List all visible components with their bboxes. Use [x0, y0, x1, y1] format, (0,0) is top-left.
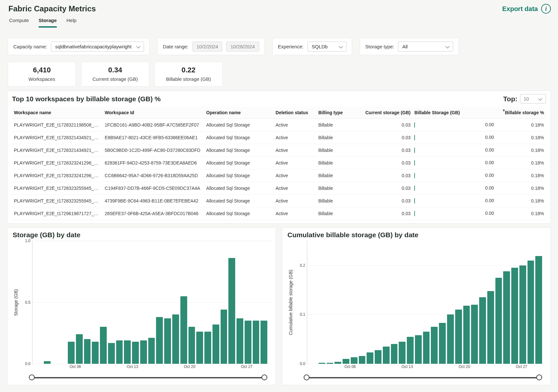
top-dropdown[interactable]: 10: [520, 94, 546, 104]
table-row[interactable]: PLAYWRIGHT_E2E_t1728321434921_0c8...5B0C…: [12, 144, 546, 157]
chart-bar[interactable]: [359, 356, 366, 364]
chart-bar[interactable]: [447, 314, 454, 364]
experience-dropdown[interactable]: SQLDb: [308, 42, 346, 52]
slider-handle-right[interactable]: [536, 374, 542, 380]
capacity-dropdown[interactable]: sqldbnativefabriccapacityplaywright: [51, 42, 144, 52]
column-header[interactable]: Billable Storage (GB): [412, 107, 498, 119]
storage-type-dropdown[interactable]: All: [398, 42, 453, 52]
column-header[interactable]: Workspace Id: [103, 107, 204, 119]
chart-bar[interactable]: [495, 278, 502, 364]
chart-bar[interactable]: [100, 327, 107, 364]
chart-bar[interactable]: [228, 258, 235, 364]
table-row[interactable]: PLAYWRIGHT_E2E_t1729619871727_28...265EF…: [12, 207, 546, 220]
date-end-input[interactable]: 10/28/2024: [226, 42, 259, 52]
column-header[interactable]: Workspace name: [12, 107, 103, 119]
tab-help[interactable]: Help: [67, 18, 77, 28]
chart-bar[interactable]: [351, 357, 358, 364]
tab-compute[interactable]: Compute: [9, 18, 29, 28]
table-row[interactable]: PLAYWRIGHT_E2E_t1728323241296_3a...62836…: [12, 157, 546, 169]
chart-bar[interactable]: [375, 350, 382, 364]
chart-bar[interactable]: [519, 265, 526, 364]
export-data-button[interactable]: Export data i: [502, 4, 551, 14]
table-row[interactable]: PLAYWRIGHT_E2E_t1728323255945_0e...4739F…: [12, 195, 546, 207]
column-header[interactable]: Current storage (GB): [359, 107, 413, 119]
chart-bar[interactable]: [140, 340, 147, 364]
chart-bar[interactable]: [334, 362, 341, 364]
chart-bar[interactable]: [261, 321, 267, 364]
chart-bar[interactable]: [180, 296, 187, 364]
slider-handle-right[interactable]: [261, 374, 267, 380]
chart-bar[interactable]: [487, 291, 494, 364]
metric-label: Workspaces: [11, 76, 72, 82]
chart-bar[interactable]: [132, 342, 139, 364]
column-header[interactable]: Operation name: [204, 107, 274, 119]
chart-plot[interactable]: 0.00.10.2Oct 06Oct 13Oct 20Oct 27: [307, 241, 545, 364]
chart-bar[interactable]: [108, 343, 115, 364]
date-range-slider[interactable]: [306, 376, 540, 379]
chart-bar[interactable]: [148, 338, 155, 364]
chart-bar[interactable]: [407, 337, 414, 364]
chart-bar[interactable]: [383, 347, 390, 364]
chart-bar[interactable]: [124, 340, 131, 364]
chart-bar[interactable]: [463, 306, 470, 364]
tab-storage[interactable]: Storage: [39, 18, 57, 28]
top-workspaces-panel: Top 10 workspaces by billable storage (G…: [7, 91, 551, 224]
table-row[interactable]: PLAYWRIGHT_E2E_t1728323241296_3a...CC6B6…: [12, 169, 546, 182]
chart-bar[interactable]: [76, 334, 83, 364]
chart-bar[interactable]: [439, 323, 446, 364]
chart-bar[interactable]: [196, 332, 203, 364]
chart-bar[interactable]: [423, 332, 430, 364]
date-start-input[interactable]: 10/2/2024: [192, 42, 223, 52]
chart-bar[interactable]: [528, 261, 534, 364]
date-range-label: Date range:: [163, 44, 188, 49]
chart-bar[interactable]: [399, 342, 406, 364]
chart-bar[interactable]: [415, 335, 422, 364]
chart-bar[interactable]: [156, 317, 163, 364]
chart-bar[interactable]: [535, 256, 542, 364]
chart-bar[interactable]: [116, 340, 123, 364]
chart-bar[interactable]: [367, 352, 373, 364]
chart-bar[interactable]: [479, 297, 486, 364]
chart-bar[interactable]: [253, 321, 260, 364]
chart-bar[interactable]: [471, 305, 478, 364]
filter-storage-type: Storage type: All: [360, 38, 459, 55]
chart-bar[interactable]: [44, 361, 51, 364]
chart-bar[interactable]: [245, 321, 251, 364]
chart-bar[interactable]: [343, 359, 349, 364]
metric-label: Current storage (GB): [85, 76, 146, 82]
chart-title: Cumulative billable storage (GB) by date: [287, 231, 545, 239]
chart-bar[interactable]: [164, 318, 171, 364]
y-axis-label: Storage (GB): [13, 289, 19, 316]
column-header[interactable]: Deletion status: [274, 107, 317, 119]
top-workspaces-title: Top 10 workspaces by billable storage (G…: [12, 95, 161, 103]
info-icon[interactable]: i: [541, 4, 551, 14]
chart-bar[interactable]: [204, 332, 211, 364]
chart-bar[interactable]: [172, 314, 179, 364]
chart-title: Storage (GB) by date: [13, 231, 271, 239]
chart-bar[interactable]: [237, 318, 243, 364]
chart-bar[interactable]: [511, 268, 518, 364]
filter-capacity: Capacity name: sqldbnativefabriccapacity…: [8, 38, 150, 55]
chart-bar[interactable]: [327, 363, 334, 364]
chart-plot[interactable]: 0.00.51.0Oct 06Oct 13Oct 20Oct 27: [32, 241, 271, 364]
chart-bar[interactable]: [455, 310, 462, 364]
chart-bar[interactable]: [68, 342, 75, 364]
chart-bar[interactable]: [431, 327, 438, 364]
chart-bar[interactable]: [92, 342, 99, 364]
chart-bar[interactable]: [188, 327, 195, 364]
chart-bar[interactable]: [503, 271, 510, 364]
table-row[interactable]: PLAYWRIGHT_E2E_t1728321198508_0ea...1FCB…: [12, 119, 546, 131]
chart-bar[interactable]: [319, 363, 325, 364]
chart-bar[interactable]: [84, 339, 91, 364]
table-row[interactable]: PLAYWRIGHT_E2E_t1728323255945_0e...C194F…: [12, 182, 546, 195]
metric-value: 6,410: [11, 66, 72, 74]
column-header[interactable]: Billing type: [316, 107, 359, 119]
chart-bar[interactable]: [212, 325, 219, 364]
chart-bar[interactable]: [221, 310, 227, 364]
slider-handle-left[interactable]: [304, 374, 309, 380]
table-row[interactable]: PLAYWRIGHT_E2E_t1728321434921_0c8...E8B9…: [12, 131, 546, 144]
date-range-slider[interactable]: [31, 376, 265, 379]
chart-bar[interactable]: [391, 344, 398, 364]
column-header[interactable]: ▼Billable storage %: [498, 107, 546, 119]
slider-handle-left[interactable]: [29, 374, 35, 380]
